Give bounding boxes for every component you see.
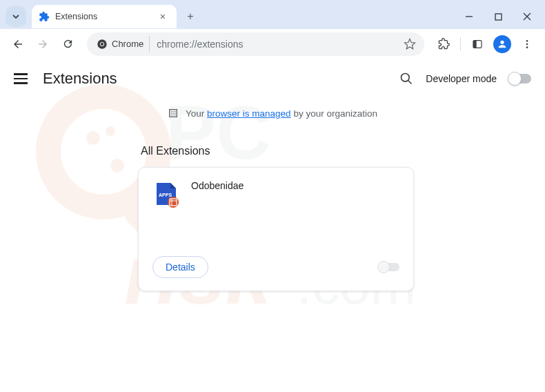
window-titlebar: Extensions × + — [0, 0, 545, 29]
tab-search-button[interactable] — [6, 6, 26, 27]
extension-name: Odobenidae — [191, 180, 244, 249]
chrome-menu-button[interactable] — [516, 33, 538, 55]
section-all-extensions: All Extensions — [141, 145, 407, 157]
svg-text:APPS: APPS — [159, 193, 172, 197]
extension-toggle[interactable] — [379, 263, 399, 271]
omnibox[interactable]: Chrome chrome://extensions — [87, 32, 424, 56]
managed-suffix: by your organization — [293, 108, 377, 119]
managed-banner: Your browser is managed by your organiza… — [138, 98, 407, 133]
extension-card: APPS Odobenidae Details — [138, 167, 414, 291]
extension-icon: APPS — [152, 180, 180, 208]
omnibox-chip-label: Chrome — [112, 39, 143, 49]
profile-button[interactable] — [491, 33, 513, 55]
main-content: Your browser is managed by your organiza… — [0, 98, 545, 291]
toolbar-divider — [460, 37, 461, 51]
puzzle-icon — [39, 11, 50, 22]
browser-tab[interactable]: Extensions × — [32, 5, 177, 28]
forward-button[interactable] — [32, 33, 54, 55]
browser-toolbar: Chrome chrome://extensions — [0, 29, 545, 59]
bookmark-star-icon[interactable] — [404, 38, 416, 50]
svg-point-12 — [101, 42, 103, 45]
avatar-icon — [493, 35, 511, 53]
omnibox-url: chrome://extensions — [157, 39, 243, 50]
svg-point-17 — [526, 43, 528, 45]
svg-point-19 — [402, 74, 410, 82]
tab-title: Extensions — [55, 12, 97, 21]
managed-link[interactable]: browser is managed — [207, 108, 291, 119]
close-window-button[interactable] — [515, 7, 539, 26]
managed-prefix: Your — [186, 108, 204, 119]
svg-rect-9 — [495, 14, 502, 20]
page-title: Extensions — [43, 70, 117, 88]
maximize-button[interactable] — [486, 7, 511, 26]
svg-point-18 — [526, 46, 528, 48]
devmode-label: Developer mode — [426, 73, 497, 84]
devmode-toggle[interactable] — [509, 74, 531, 84]
extensions-menu-button[interactable] — [433, 33, 455, 55]
minimize-button[interactable] — [457, 7, 482, 26]
back-button[interactable] — [7, 33, 29, 55]
page-header: Extensions Developer mode — [0, 59, 545, 98]
new-tab-button[interactable]: + — [181, 7, 200, 26]
search-button[interactable] — [399, 72, 413, 86]
reload-button[interactable] — [57, 33, 79, 55]
building-icon — [168, 108, 179, 119]
details-button[interactable]: Details — [152, 256, 208, 278]
sidepanel-button[interactable] — [466, 33, 488, 55]
chrome-icon — [97, 39, 108, 50]
svg-point-22 — [168, 197, 179, 208]
svg-point-15 — [500, 40, 504, 43]
svg-point-16 — [526, 40, 528, 42]
omnibox-site-chip[interactable]: Chrome — [95, 36, 150, 52]
window-controls — [457, 7, 539, 26]
svg-line-20 — [408, 81, 412, 84]
svg-rect-14 — [473, 40, 477, 48]
tab-close-button[interactable]: × — [156, 10, 170, 23]
menu-button[interactable] — [14, 70, 30, 87]
